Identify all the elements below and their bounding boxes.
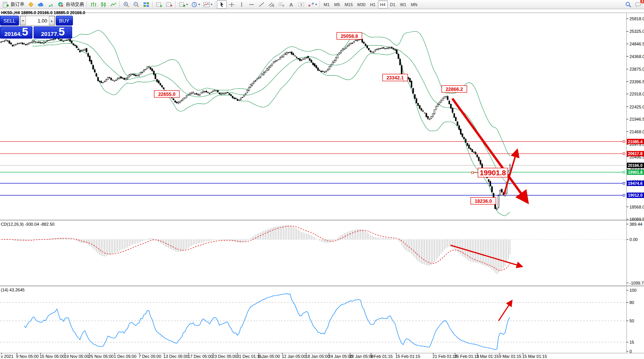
svg-text:17 Dec 05:00: 17 Dec 05:00 xyxy=(188,354,213,359)
time-axis: v 20219 Nov 05:0015 Nov 05:0019 Nov 05:0… xyxy=(1,353,547,359)
text-label-button[interactable]: T xyxy=(296,0,306,9)
sell-button[interactable]: SELL xyxy=(0,16,19,26)
svg-text:1 Dec 05:00: 1 Dec 05:00 xyxy=(114,354,136,359)
shapes-button[interactable]: ▾ xyxy=(306,0,318,9)
timeframe-m1-button[interactable]: M1 xyxy=(321,0,332,8)
zoom-out-icon xyxy=(133,2,140,8)
period-button[interactable]: ▾ xyxy=(189,0,202,9)
market-button[interactable] xyxy=(26,0,36,9)
community-button[interactable] xyxy=(36,0,46,9)
notifications-button[interactable]: 1 xyxy=(633,0,643,9)
svg-text:19901.8: 19901.8 xyxy=(628,170,642,175)
svg-text:23396.5: 23396.5 xyxy=(629,79,644,84)
svg-text:25 Feb 01:15: 25 Feb 01:15 xyxy=(454,354,479,359)
vertical-line-button[interactable] xyxy=(237,0,247,9)
timeframe-m5-button[interactable]: M5 xyxy=(332,0,342,8)
bar-chart-icon xyxy=(90,2,97,8)
toolbar-separator xyxy=(119,1,120,8)
svg-text:25 Nov 05:00: 25 Nov 05:00 xyxy=(89,354,113,359)
timeframe-w1-button[interactable]: W1 xyxy=(398,0,409,8)
period-icon xyxy=(191,2,198,8)
toolbar-separator xyxy=(215,1,216,8)
profile-next-button[interactable] xyxy=(154,0,164,9)
horizontal-line-button[interactable] xyxy=(247,0,257,9)
volume-decrease-button[interactable]: ▼ xyxy=(20,16,26,25)
candlestick-chart-button[interactable] xyxy=(98,0,108,9)
cursor-button[interactable] xyxy=(217,0,227,9)
svg-text:22918.0: 22918.0 xyxy=(629,92,644,96)
svg-text:23 Dec 05:00: 23 Dec 05:00 xyxy=(212,354,237,359)
svg-text:7 Dec 05:00: 7 Dec 05:00 xyxy=(139,354,161,359)
crosshair-icon xyxy=(228,2,235,8)
chevron-down-icon[interactable]: ▾ xyxy=(315,3,317,6)
chevron-down-icon[interactable]: ▾ xyxy=(199,3,200,6)
mt4-window: 新订单自动交易▾▾▾EFAT▾M1M5M15M30H1H4D1W1MN1 258… xyxy=(0,0,644,359)
candlestick-chart-icon xyxy=(100,2,107,8)
new-order-label: 新订单 xyxy=(11,1,24,8)
trendline-button[interactable] xyxy=(257,0,266,9)
text-label-icon: T xyxy=(298,2,305,8)
search-icon xyxy=(625,2,632,8)
zoom-in-button[interactable] xyxy=(121,0,131,9)
svg-text:15 Feb 01:15: 15 Feb 01:15 xyxy=(395,354,420,359)
zoom-in-icon xyxy=(123,2,130,8)
svg-text:25325.0: 25325.0 xyxy=(629,29,644,34)
svg-text:18568.0: 18568.0 xyxy=(629,205,644,209)
new-order-icon xyxy=(2,2,9,8)
svg-text:0: 0 xyxy=(629,349,632,354)
svg-text:9 Feb 01:15: 9 Feb 01:15 xyxy=(370,354,393,359)
text-button[interactable]: A xyxy=(286,0,296,9)
notification-badge: 1 xyxy=(640,0,644,3)
bar-chart-button[interactable] xyxy=(89,0,98,9)
timeframe-mn-button[interactable]: MN xyxy=(408,0,420,8)
text-icon: A xyxy=(288,2,295,8)
svg-text:E: E xyxy=(273,5,274,7)
autotrading-button[interactable]: 自动交易 xyxy=(56,0,86,9)
cursor-icon xyxy=(218,2,225,8)
volume-input[interactable] xyxy=(26,16,49,25)
svg-text:22425.0: 22425.0 xyxy=(629,105,644,109)
timeframe-h1-button[interactable]: H1 xyxy=(368,0,378,8)
toolbar-separator xyxy=(152,1,153,8)
equidistant-channel-icon: E xyxy=(268,2,275,8)
autotrading-icon xyxy=(57,2,64,8)
signals-button[interactable] xyxy=(46,0,56,9)
timeframe-m15-button[interactable]: M15 xyxy=(342,0,355,8)
svg-text:F: F xyxy=(283,5,284,7)
tile-windows-button[interactable] xyxy=(141,0,151,9)
search-button[interactable] xyxy=(623,0,633,9)
price-callout: 19901.8 xyxy=(480,169,506,177)
toolbar-separator xyxy=(87,1,87,8)
volume-increase-button[interactable]: ▲ xyxy=(49,16,55,25)
chevron-down-icon[interactable]: ▾ xyxy=(211,3,212,6)
tile-windows-icon xyxy=(143,2,150,8)
svg-text:3 Mar 01:15: 3 Mar 01:15 xyxy=(476,354,499,359)
add-chart-icon xyxy=(179,2,186,8)
fibonacci-button[interactable]: F xyxy=(276,0,286,9)
buy-button[interactable]: BUY xyxy=(56,16,73,26)
equidistant-channel-button[interactable]: E xyxy=(266,0,276,9)
shapes-icon xyxy=(308,2,315,8)
svg-text:24368.0: 24368.0 xyxy=(629,54,644,59)
chevron-down-icon[interactable]: ▾ xyxy=(186,3,188,6)
crosshair-button[interactable] xyxy=(227,0,237,9)
svg-text:18089.5: 18089.5 xyxy=(629,217,644,222)
price-callout: 22655.0 xyxy=(158,92,175,97)
horizontal-line-icon xyxy=(248,2,255,8)
vertical-line-icon xyxy=(238,2,245,8)
svg-text:100: 100 xyxy=(629,288,636,293)
add-chart-button[interactable]: ▾ xyxy=(177,0,189,9)
line-chart-button[interactable] xyxy=(108,0,118,9)
timeframe-m30-button[interactable]: M30 xyxy=(355,0,368,8)
new-order-button[interactable]: 新订单 xyxy=(1,0,26,9)
svg-text:6 Jan 05:00: 6 Jan 05:00 xyxy=(258,354,280,359)
zoom-out-button[interactable] xyxy=(131,0,141,9)
profile-prev-button[interactable] xyxy=(164,0,174,9)
timeframe-h4-button[interactable]: H4 xyxy=(378,0,388,8)
svg-text:19474.6: 19474.6 xyxy=(628,181,642,186)
svg-text:21 Feb 01:15: 21 Feb 01:15 xyxy=(433,354,457,359)
timeframe-d1-button[interactable]: D1 xyxy=(388,0,398,8)
indicators-button[interactable]: ▾ xyxy=(202,0,214,9)
macd-indicator-label: CD(12,26,9) -930.04 -882.50 xyxy=(1,222,55,226)
toolbar-separator xyxy=(175,1,176,8)
